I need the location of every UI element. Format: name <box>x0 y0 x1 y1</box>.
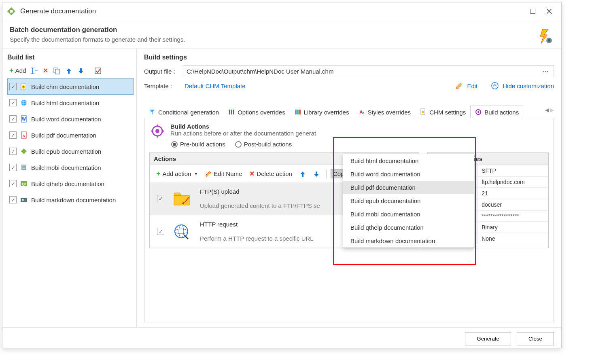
prop-value[interactable]: Binary <box>478 222 548 233</box>
tabs-scroll-right[interactable]: ▶ <box>550 107 554 113</box>
edit-link[interactable]: Edit <box>467 83 477 89</box>
build-list-heading: Build list <box>7 54 134 61</box>
dropdown-item[interactable]: Build epub documentation <box>343 194 474 207</box>
build-item-label: Build epub documentation <box>31 148 101 155</box>
svg-marker-15 <box>66 68 71 74</box>
tab-label: Styles overrides <box>367 109 411 116</box>
build-list-item[interactable]: M↓ Build markdown documentation <box>7 192 134 208</box>
prop-value[interactable]: SFTP <box>478 165 548 176</box>
checkbox[interactable] <box>9 164 17 171</box>
build-list-item[interactable]: Build html documentation <box>7 95 134 111</box>
svg-point-55 <box>155 129 159 133</box>
close-button[interactable] <box>541 3 557 19</box>
checkbox[interactable] <box>9 99 17 106</box>
build-list-item[interactable]: W Build word documentation <box>7 111 134 127</box>
build-item-label: Build word documentation <box>31 116 101 123</box>
move-down-button[interactable] <box>75 66 87 76</box>
template-link[interactable]: Default CHM Template <box>185 83 246 89</box>
check-all-button[interactable] <box>92 66 104 76</box>
prop-value[interactable]: None <box>478 233 548 244</box>
action-move-down-button[interactable] <box>311 169 322 178</box>
styles-icon: AA <box>358 108 365 116</box>
checkbox[interactable] <box>9 196 17 203</box>
dropdown-item[interactable]: Build pdf documentation <box>343 181 474 194</box>
checkbox[interactable] <box>9 148 17 155</box>
chm-settings-icon <box>420 108 427 116</box>
prop-value[interactable]: 21 <box>478 188 548 199</box>
pencil-icon <box>456 82 463 89</box>
tab-build-actions[interactable]: Build actions <box>470 106 523 118</box>
delete-build-button[interactable]: ✕ <box>41 66 50 76</box>
prop-value[interactable]: docuser <box>478 199 548 210</box>
build-settings-panel: Build settings Output file : C:\HelpNDoc… <box>137 49 561 327</box>
radio-icon <box>235 141 242 148</box>
btn-label: Delete action <box>257 170 292 177</box>
checkbox[interactable] <box>157 228 164 235</box>
dropdown-item[interactable]: Build qthelp documentation <box>343 221 474 234</box>
tabs-bar: Conditional generation Options overrides… <box>144 106 554 118</box>
mobi-icon <box>20 163 28 171</box>
tab-label: Conditional generation <box>158 109 219 116</box>
build-list-item[interactable]: Build epub documentation <box>7 143 134 159</box>
action-move-up-button[interactable] <box>297 169 308 178</box>
checkbox[interactable] <box>157 195 164 202</box>
svg-text:Qt: Qt <box>22 182 26 186</box>
add-action-button[interactable]: +Add action▼ <box>154 168 200 179</box>
build-item-label: Build html documentation <box>31 99 99 106</box>
build-list-item[interactable]: Qt Build qthelp documentation <box>7 176 134 192</box>
pre-build-radio[interactable]: Pre-build actions <box>171 141 225 148</box>
arrow-down-icon <box>77 67 85 74</box>
radio-label: Pre-build actions <box>180 141 225 148</box>
dropdown-item[interactable]: Build word documentation <box>343 167 474 181</box>
checkbox[interactable] <box>9 115 17 123</box>
tab-content: Build Actions Run actions before or afte… <box>144 118 554 322</box>
rename-build-button[interactable] <box>29 66 40 76</box>
move-up-button[interactable] <box>63 66 74 76</box>
tab-conditional-generation[interactable]: Conditional generation <box>144 106 223 118</box>
build-item-label: Build pdf documentation <box>31 132 96 139</box>
build-list-item[interactable]: ? Build chm documentation <box>7 78 134 95</box>
build-list-item[interactable]: A Build pdf documentation <box>7 127 134 143</box>
svg-point-67 <box>175 229 188 234</box>
svg-point-53 <box>477 111 479 113</box>
svg-marker-61 <box>300 171 305 177</box>
radio-label: Post-build actions <box>244 141 292 148</box>
dropdown-item[interactable]: Build html documentation <box>343 154 474 167</box>
copy-icon <box>53 67 60 74</box>
prop-value[interactable]: ftp.helpndoc.com <box>478 176 548 188</box>
dropdown-item[interactable]: Build mobi documentation <box>343 207 474 221</box>
build-settings-heading: Build settings <box>144 54 554 61</box>
output-file-input[interactable]: C:\HelpNDoc\Output\chm\HelpNDoc User Man… <box>183 65 554 77</box>
post-build-radio[interactable]: Post-build actions <box>235 141 292 148</box>
hide-customization-link[interactable]: Hide customization <box>503 83 554 89</box>
delete-action-button[interactable]: ✕Delete action <box>247 169 295 179</box>
collapse-icon <box>491 82 499 89</box>
radio-icon <box>171 141 178 148</box>
tab-chm-settings[interactable]: CHM settings <box>415 106 470 118</box>
tab-styles-overrides[interactable]: AA Styles overrides <box>353 106 415 118</box>
build-list-toolbar: + Add ✕ <box>7 65 134 76</box>
dropdown-item[interactable]: Build markdown documentation <box>343 234 474 248</box>
tabs-scroll-left[interactable]: ◀ <box>545 107 549 113</box>
tab-library-overrides[interactable]: Library overrides <box>290 106 354 118</box>
browse-button[interactable]: ⋯ <box>540 68 550 75</box>
build-list-item[interactable]: Build mobi documentation <box>7 159 134 176</box>
svg-rect-63 <box>174 195 189 205</box>
generate-button[interactable]: Generate <box>465 332 511 345</box>
copy-build-button[interactable] <box>51 66 62 76</box>
svg-rect-46 <box>297 110 299 114</box>
tab-options-overrides[interactable]: Options overrides <box>223 106 290 118</box>
add-build-button[interactable]: + Add <box>7 65 28 76</box>
edit-name-button[interactable]: Edit Name <box>203 169 244 178</box>
prop-value[interactable]: ***************** <box>478 210 548 222</box>
maximize-button[interactable] <box>525 3 541 19</box>
checkbox[interactable] <box>9 131 17 139</box>
checkbox[interactable] <box>9 83 17 90</box>
add-label: Add <box>15 67 26 74</box>
svg-marker-60 <box>206 171 211 176</box>
chm-icon: ? <box>20 83 28 91</box>
svg-point-51 <box>422 111 424 113</box>
close-dialog-button[interactable]: Close <box>517 332 554 345</box>
checkbox[interactable] <box>9 180 17 187</box>
svg-text:?: ? <box>11 10 13 14</box>
